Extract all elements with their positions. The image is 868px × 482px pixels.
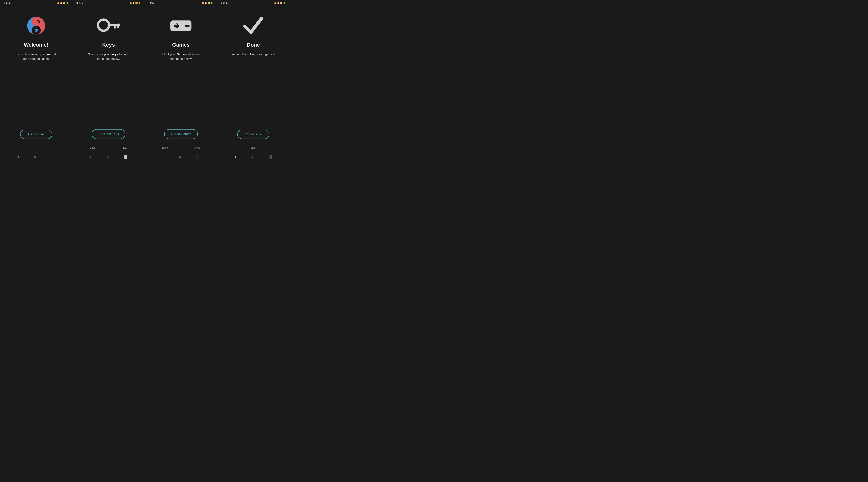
welcome-buttons: Get started (20, 130, 52, 140)
svg-point-2 (37, 20, 39, 22)
continue-label: Continue (244, 133, 257, 136)
games-desc: Select your Games folder with the button… (159, 52, 203, 61)
recent-icon-2[interactable]: ||| (124, 155, 127, 159)
status-icons-1: 🔔 ⏰ 📶 🔋 (57, 2, 68, 4)
key-icon (96, 17, 121, 35)
svg-point-5 (34, 30, 36, 32)
status-time-1: 09:56 (4, 1, 11, 4)
svg-rect-8 (107, 24, 118, 26)
home-icon-4[interactable]: ○ (251, 155, 254, 159)
system-nav-2: ‹ ○ ||| (72, 153, 145, 161)
status-time-3: 09:56 (149, 1, 155, 4)
welcome-icon-area (24, 14, 48, 38)
back-icon-2[interactable]: ‹ (90, 155, 91, 159)
games-buttons: + Add Games (164, 129, 198, 140)
games-title: Games (172, 42, 190, 48)
keys-back-button[interactable]: Back (90, 146, 95, 149)
back-icon-1[interactable]: ‹ (18, 155, 19, 159)
svg-marker-11 (118, 23, 121, 27)
svg-rect-14 (174, 25, 179, 27)
add-games-plus-icon: + (170, 132, 173, 136)
select-keys-button[interactable]: + Select Keys (92, 129, 125, 139)
controller-icon (169, 16, 193, 36)
keys-desc: Select your prod.keys file with the butt… (86, 52, 131, 61)
home-icon-2[interactable]: ○ (106, 155, 109, 159)
svg-rect-15 (176, 24, 177, 25)
yin-yang-controller-icon (26, 16, 46, 36)
checkmark-icon (243, 15, 263, 37)
done-back-button[interactable]: Back (250, 146, 256, 149)
svg-point-4 (33, 29, 35, 30)
svg-point-7 (98, 20, 109, 31)
svg-point-0 (35, 20, 38, 23)
bottom-nav-welcome (0, 143, 72, 153)
add-games-button[interactable]: + Add Games (164, 129, 198, 139)
bottom-nav-row: Back Next Back Next Back (0, 142, 289, 153)
bottom-nav-keys: Back Next (72, 143, 145, 153)
panel-keys: Keys Select your prod.keys file with the… (72, 6, 145, 142)
select-keys-label: Select Keys (102, 132, 119, 136)
status-bar: 09:56 🔔 ⏰ 📶 🔋 09:56 🔔 ⏰ 📶 🔋 09:56 🔔 ⏰ 📶 … (0, 0, 289, 6)
key-icon-area (96, 14, 121, 38)
done-buttons: Continue → (237, 130, 269, 140)
games-next-button[interactable]: Next (194, 146, 200, 149)
continue-arrow-icon: → (259, 133, 262, 136)
done-title: Done (247, 42, 260, 48)
controller-icon-area (169, 14, 193, 38)
recent-icon-3[interactable]: ||| (196, 155, 199, 159)
recent-icon-1[interactable]: ||| (52, 155, 55, 159)
games-back-button[interactable]: Back (162, 146, 168, 149)
welcome-title: Welcome! (24, 42, 48, 48)
svg-point-3 (38, 21, 40, 23)
welcome-desc: Learn how to setup suyu and jump into em… (14, 52, 58, 61)
back-icon-4[interactable]: ‹ (235, 155, 236, 159)
keys-buttons: + Select Keys (92, 129, 125, 140)
system-nav-1: ‹ ○ ||| (0, 153, 72, 161)
recent-icon-4[interactable]: ||| (269, 155, 272, 159)
status-segment-2: 09:56 🔔 ⏰ 📶 🔋 (72, 1, 145, 5)
status-segment-3: 09:56 🔔 ⏰ 📶 🔋 (145, 1, 217, 5)
system-nav-4: ‹ ○ ||| (217, 153, 289, 161)
status-time-2: 09:56 (76, 1, 83, 4)
system-nav: ‹ ○ ||| ‹ ○ ||| ‹ ○ ||| ‹ ○ ||| (0, 153, 289, 161)
panel-welcome: Welcome! Learn how to setup suyu and jum… (0, 6, 72, 142)
home-icon-1[interactable]: ○ (34, 155, 36, 159)
done-desc: You're all set. Enjoy your games! (231, 52, 275, 57)
checkmark-icon-area (241, 14, 265, 38)
main-content: Welcome! Learn how to setup suyu and jum… (0, 6, 289, 142)
select-keys-plus-icon: + (98, 132, 100, 136)
get-started-button[interactable]: Get started (20, 130, 52, 139)
system-nav-3: ‹ ○ ||| (145, 153, 217, 161)
bottom-nav-games: Back Next (145, 143, 217, 153)
back-icon-3[interactable]: ‹ (162, 155, 164, 159)
keys-next-button[interactable]: Next (122, 146, 127, 149)
home-icon-3[interactable]: ○ (179, 155, 181, 159)
keys-title: Keys (102, 42, 115, 48)
status-segment-1: 09:56 🔔 ⏰ 📶 🔋 (0, 1, 72, 5)
status-time-4: 09:56 (221, 1, 228, 4)
add-games-label: Add Games (174, 132, 191, 136)
status-icons-4: 🔔 ⏰ 📶 🔋 (274, 2, 285, 4)
status-icons-2: 🔔 ⏰ 📶 🔋 (129, 2, 141, 4)
svg-point-16 (185, 25, 187, 27)
get-started-label: Get started (28, 133, 44, 136)
status-segment-4: 09:56 🔔 ⏰ 📶 🔋 (217, 1, 289, 5)
panel-games: Games Select your Games folder with the … (145, 6, 217, 142)
continue-button[interactable]: Continue → (237, 130, 269, 139)
panel-done: Done You're all set. Enjoy your games! C… (217, 6, 289, 142)
bottom-nav-done: Back (217, 143, 289, 153)
status-icons-3: 🔔 ⏰ 📶 🔋 (202, 2, 213, 4)
svg-rect-9 (114, 26, 116, 29)
svg-point-17 (187, 25, 190, 27)
